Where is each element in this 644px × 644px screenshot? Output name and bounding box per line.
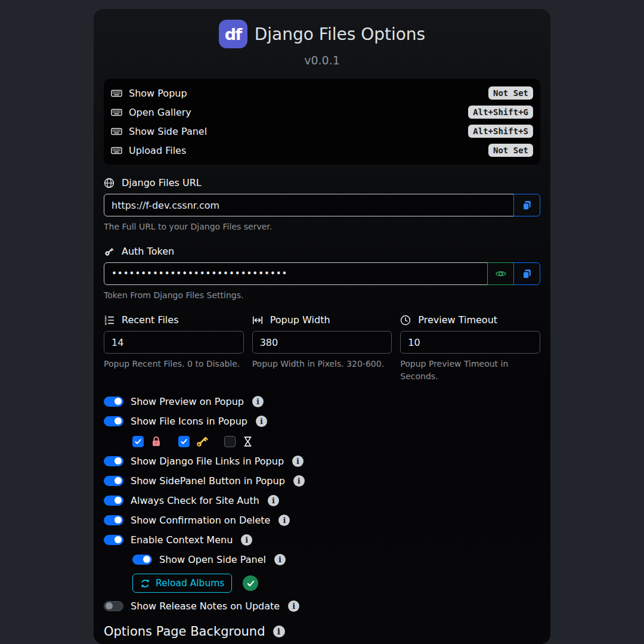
toggle-row-confirm-delete: Show Confirmation on Delete i (104, 513, 540, 527)
shortcut-key-badge: Alt+Shift+S (468, 125, 533, 138)
token-help-text: Token From Django Files Settings. (104, 289, 540, 302)
keyboard-shortcuts-table: Show Popup Not Set Open Gallery Alt+Shif… (104, 79, 540, 165)
eye-icon (495, 268, 507, 280)
site-auth-toggle[interactable] (104, 496, 123, 506)
shortcut-key-badge: Not Set (488, 86, 533, 100)
background-section-heading: Options Page Background i (104, 624, 540, 639)
info-icon[interactable]: i (273, 626, 285, 637)
private-files-checkbox[interactable] (132, 436, 144, 447)
key-icon (104, 246, 114, 257)
show-preview-toggle[interactable] (104, 397, 123, 407)
shortcut-label: Show Side Panel (129, 126, 468, 137)
token-input[interactable] (104, 262, 488, 285)
confirm-delete-toggle[interactable] (104, 515, 123, 525)
info-icon[interactable]: i (256, 416, 267, 427)
toggle-row-context-menu: Enable Context Menu i (104, 533, 540, 546)
copy-icon (521, 268, 532, 280)
shortcut-row-show-side-panel: Show Side Panel Alt+Shift+S (111, 122, 533, 141)
token-input-group (104, 262, 540, 285)
expire-files-checkbox[interactable] (224, 436, 236, 447)
info-icon[interactable]: i (252, 396, 264, 407)
toggle-row-open-side-panel: Show Open Side Panel i (132, 553, 540, 566)
file-links-toggle[interactable] (104, 456, 123, 466)
options-card: df Django Files Options v0.0.1 Show Popu… (94, 9, 550, 644)
keyboard-icon (111, 145, 122, 156)
ordered-list-icon (104, 315, 114, 326)
toggles-section: Show Preview on Popup i Show File Icons … (104, 395, 540, 612)
shortcut-key-badge: Alt+Shift+G (468, 106, 533, 119)
copy-url-button[interactable] (513, 194, 540, 216)
shortcut-key-badge: Not Set (488, 144, 533, 157)
recent-files-field: Recent Files Popup Recent Files. 0 to Di… (104, 314, 244, 383)
toggle-row-site-auth: Always Check for Site Auth i (104, 494, 540, 507)
info-icon[interactable]: i (274, 554, 286, 565)
width-arrows-icon (252, 315, 263, 326)
url-help-text: The Full URL to your Django Files server… (104, 221, 540, 233)
app-logo-text: df (225, 25, 242, 44)
toggle-row-release-notes: Show Release Notes on Update i (104, 599, 540, 612)
shortcut-row-show-popup: Show Popup Not Set (111, 83, 533, 103)
recent-files-input[interactable] (104, 331, 244, 354)
info-icon[interactable]: i (241, 534, 252, 546)
reload-albums-row: Reload Albums (132, 574, 540, 593)
popup-width-input[interactable] (252, 331, 392, 354)
open-side-panel-toggle[interactable] (132, 555, 152, 565)
refresh-icon (140, 578, 150, 589)
clock-icon (400, 315, 411, 326)
url-input[interactable] (104, 194, 514, 216)
release-notes-toggle[interactable] (104, 601, 123, 611)
popup-width-help: Popup Width in Pixels. 320-600. (252, 358, 392, 370)
check-icon (134, 437, 143, 446)
shortcut-label: Show Popup (129, 88, 488, 99)
show-token-button[interactable] (487, 262, 514, 285)
toggle-row-file-links: Show Django File Links in Popup i (104, 454, 540, 467)
recent-files-help: Popup Recent Files. 0 to Disable. (104, 358, 244, 370)
toggle-row-show-preview: Show Preview on Popup i (104, 395, 540, 408)
preview-timeout-field: Preview Timeout Popup Preview Timeout in… (400, 314, 540, 383)
context-menu-toggle[interactable] (104, 535, 123, 545)
app-logo: df (219, 20, 247, 48)
info-icon[interactable]: i (292, 456, 304, 467)
url-field-label: Django Files URL (104, 177, 540, 188)
password-files-checkbox[interactable] (178, 436, 190, 447)
copy-token-button[interactable] (513, 262, 540, 285)
check-icon (246, 578, 256, 589)
hourglass-icon (242, 436, 253, 447)
shortcut-row-open-gallery: Open Gallery Alt+Shift+G (111, 103, 533, 122)
shortcut-label: Upload Files (129, 145, 488, 156)
check-icon (179, 437, 188, 446)
header: df Django Files Options (104, 20, 540, 48)
lock-icon (150, 435, 162, 447)
key-icon (196, 435, 208, 447)
shortcut-label: Open Gallery (129, 107, 468, 118)
sidepanel-button-toggle[interactable] (104, 476, 123, 486)
version-label: v0.0.1 (104, 54, 540, 67)
keyboard-icon (111, 88, 122, 99)
preview-timeout-input[interactable] (400, 331, 540, 354)
copy-icon (521, 200, 532, 211)
shortcut-row-upload-files: Upload Files Not Set (111, 141, 533, 160)
keyboard-icon (111, 126, 122, 137)
info-icon[interactable]: i (268, 495, 279, 506)
number-fields: Recent Files Popup Recent Files. 0 to Di… (104, 314, 540, 383)
token-field-label: Auth Token (104, 246, 540, 257)
file-icons-toggle[interactable] (104, 416, 123, 426)
preview-timeout-help: Popup Preview Timeout in Seconds. (400, 358, 540, 383)
toggle-row-sidepanel-button: Show SidePanel Button in Popup i (104, 474, 540, 487)
info-icon[interactable]: i (288, 600, 299, 612)
reload-success-icon (243, 575, 258, 591)
popup-width-field: Popup Width Popup Width in Pixels. 320-6… (252, 314, 392, 383)
info-icon[interactable]: i (293, 475, 305, 487)
file-icon-checkboxes (132, 435, 540, 448)
page-title: Django Files Options (255, 24, 425, 44)
reload-albums-button[interactable]: Reload Albums (132, 574, 232, 593)
url-input-group (104, 194, 540, 216)
globe-icon (104, 178, 114, 188)
info-icon[interactable]: i (278, 515, 290, 526)
keyboard-icon (111, 107, 122, 118)
toggle-row-file-icons: Show File Icons in Popup i (104, 414, 540, 428)
